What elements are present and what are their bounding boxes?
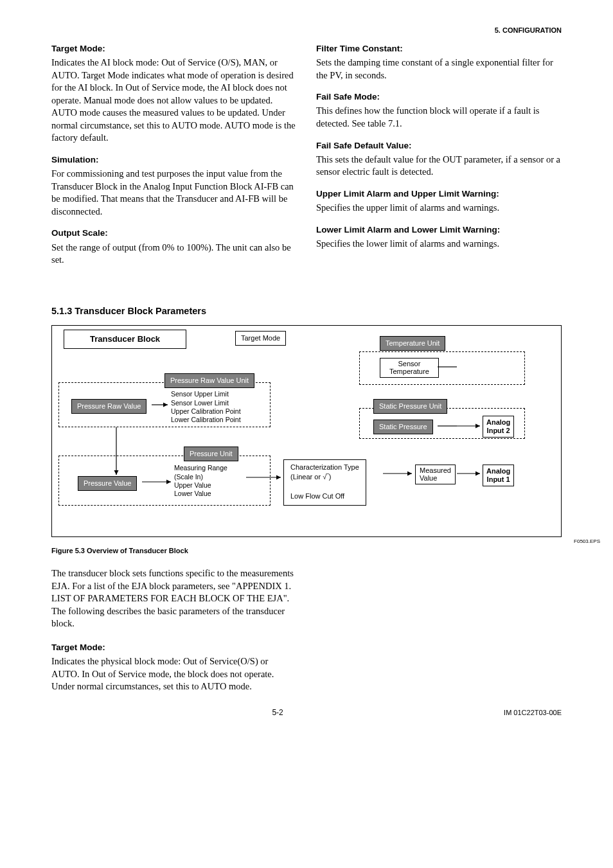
- fail-safe-mode-title: Fail Safe Mode:: [316, 91, 562, 103]
- temperature-unit-box: Temperature Unit: [380, 336, 445, 351]
- fail-safe-default-body: This sets the default value for the OUT …: [316, 154, 562, 179]
- measuring-range-text: Measuring Range (Scale In) Upper Value L…: [174, 464, 227, 498]
- analog-input-2-box: Analog Input 2: [483, 416, 514, 437]
- ai2-l2: Input 2: [487, 427, 510, 434]
- simulation-title: Simulation:: [51, 154, 297, 166]
- limits-l2: Sensor Lower Limit: [171, 399, 229, 407]
- target-mode-body: Indicates the AI block mode: Out of Serv…: [51, 57, 297, 145]
- right-column: Filter Time Constant: Sets the damping t…: [316, 43, 562, 276]
- ai1-l2: Input 1: [487, 475, 510, 483]
- upper-limit-body: Specifies the upper limit of alarms and …: [316, 202, 562, 215]
- diagram-title-box: Transducer Block: [64, 330, 186, 349]
- output-scale-title: Output Scale:: [51, 227, 297, 239]
- char-l3: Low Flow Cut Off: [290, 492, 344, 500]
- simulation-body: For commissioning and test purposes the …: [51, 168, 297, 218]
- after-diagram-col: The transducer block sets functions spec…: [51, 567, 296, 693]
- transducer-intro-body: The transducer block sets functions spec…: [51, 567, 296, 630]
- td-target-mode-body: Indicates the physical block mode: Out o…: [51, 655, 296, 693]
- sp-unit-box: Static Pressure Unit: [373, 399, 447, 414]
- analog-input-1-box: Analog Input 1: [483, 465, 514, 486]
- ai2-l1: Analog: [486, 418, 510, 426]
- transducer-diagram: Transducer Block Target Mode Temperature…: [51, 325, 562, 537]
- limits-l4: Lower Calibration Point: [171, 416, 241, 423]
- footer-page: 5-2: [272, 707, 283, 718]
- measured-value-box: Measured Value: [415, 465, 456, 484]
- limits-l1: Sensor Upper Limit: [171, 390, 229, 398]
- ai1-l1: Analog: [486, 467, 510, 475]
- prv-unit-box: Pressure Raw Value Unit: [164, 373, 254, 388]
- left-column: Target Mode: Indicates the AI block mode…: [51, 43, 297, 276]
- characterization-box: Characterization Type (Linear or √‾) Low…: [283, 459, 366, 505]
- measured-l2: Value: [420, 474, 437, 482]
- prv-box: Pressure Raw Value: [71, 399, 147, 414]
- fail-safe-mode-body: This defines how the function block will…: [316, 105, 562, 130]
- mr-l2: (Scale In): [174, 473, 203, 481]
- page-footer: 5-2 IM 01C22T03-00E: [51, 707, 562, 718]
- target-mode-box: Target Mode: [235, 331, 286, 346]
- pressure-value-box: Pressure Value: [78, 476, 137, 491]
- mr-l1: Measuring Range: [174, 464, 227, 472]
- output-scale-body: Set the range of output (from 0% to 100%…: [51, 242, 297, 267]
- sensor-temp-l1: Sensor: [398, 360, 420, 368]
- limits-l3: Upper Calibration Point: [171, 407, 241, 415]
- mr-l3: Upper Value: [174, 481, 211, 489]
- sensor-temperature-box: Sensor Temperature: [380, 358, 439, 377]
- header-section: 5. CONFIGURATION: [51, 26, 562, 35]
- char-l1: Characterization Type: [290, 463, 359, 471]
- section-513-title: 5.1.3 Transducer Block Parameters: [51, 305, 562, 318]
- footer-doc-id: IM 01C22T03-00E: [504, 708, 562, 718]
- lower-limit-body: Specifies the lower limit of alarms and …: [316, 238, 562, 251]
- two-column-layout: Target Mode: Indicates the AI block mode…: [51, 43, 562, 276]
- static-pressure-box: Static Pressure: [373, 420, 433, 434]
- figure-caption: Figure 5.3 Overview of Transducer Block: [51, 546, 562, 556]
- measured-l1: Measured: [420, 466, 451, 474]
- fail-safe-default-title: Fail Safe Default Value:: [316, 140, 562, 152]
- mr-l4: Lower Value: [174, 490, 211, 497]
- sensor-limits-text: Sensor Upper Limit Sensor Lower Limit Up…: [171, 390, 241, 424]
- char-l2: (Linear or √‾): [290, 473, 332, 481]
- target-mode-title: Target Mode:: [51, 43, 297, 55]
- upper-limit-title: Upper Limit Alarm and Upper Limit Warnin…: [316, 188, 562, 200]
- diagram-wrapper: Transducer Block Target Mode Temperature…: [51, 325, 562, 537]
- filter-body: Sets the damping time constant of a sing…: [316, 57, 562, 82]
- filter-title: Filter Time Constant:: [316, 43, 562, 55]
- sensor-temp-l2: Temperature: [389, 368, 429, 375]
- pressure-unit-box: Pressure Unit: [184, 447, 238, 461]
- lower-limit-title: Lower Limit Alarm and Lower Limit Warnin…: [316, 224, 562, 236]
- td-target-mode-title: Target Mode:: [51, 642, 296, 653]
- eps-label: F0503.EPS: [574, 538, 600, 545]
